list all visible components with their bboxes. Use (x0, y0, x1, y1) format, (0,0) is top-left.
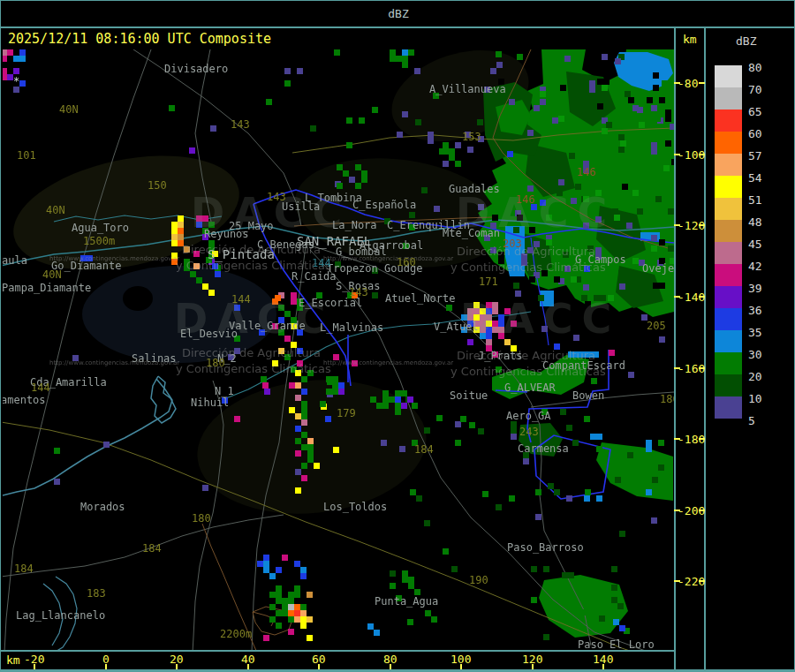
map-label-180: 180 (206, 358, 225, 368)
titlebar-divider (1, 26, 795, 28)
map-label-carmensa: Carmensa (518, 443, 569, 454)
radar-map-viewport: DivisaderoA_VillanuevaGuadalesUsillaL_To… (3, 49, 674, 650)
y-axis-tick (674, 296, 680, 298)
legend-value: 36 (748, 304, 762, 317)
legend-swatch (715, 176, 742, 198)
map-label-40n: 40N (46, 205, 65, 215)
map-label-184: 184 (142, 543, 162, 554)
map-label-144: 144 (31, 382, 50, 393)
map-label-s-pintada: S_Pintada (208, 248, 275, 260)
y-axis-label: -80 (678, 77, 698, 90)
map-label-lag-llancanelo: Lag_Llancanelo (16, 610, 105, 621)
map-label-nihuil: Nihuil (191, 397, 229, 408)
bottom-border (1, 669, 795, 671)
legend-swatch (715, 396, 742, 419)
legend-swatch (715, 330, 742, 352)
map-label-101: 101 (17, 150, 36, 161)
legend-swatch (715, 65, 742, 87)
map-label-40n: 40N (59, 104, 79, 115)
map-label-40n: 40N (42, 269, 62, 280)
watermark-text: y Contingencias Climáticas (176, 362, 331, 375)
legend-swatch (715, 308, 742, 330)
map-label-180: 180 (660, 394, 674, 404)
x-axis-tick (176, 664, 178, 669)
map-label-agua-toro: Agua_Toro (72, 223, 129, 233)
legend-swatch (715, 352, 742, 374)
map-label-e-escorial: E_Escorial (299, 298, 362, 308)
map-label-guadales: Guadales (449, 184, 500, 194)
km-unit-top: km (683, 33, 697, 46)
map-label-divisadero: Divisadero (164, 64, 228, 74)
radar-window: dBZ 2025/12/11 08:16:00 UTC Composite km… (0, 0, 795, 672)
map-label-j-prats: J_Prats (478, 351, 523, 361)
map-label-143: 143 (349, 287, 368, 298)
legend-value: 5 (748, 414, 755, 427)
map-label-paso-barroso: Paso_Barroso (507, 542, 584, 553)
legend-value: 45 (748, 238, 762, 251)
map-label-paso-el-loro: Paso El Loro (578, 639, 655, 650)
legend-value: 51 (748, 193, 762, 207)
legend-swatch (715, 132, 742, 154)
y-axis-tick (699, 224, 705, 226)
y-axis-tick (674, 154, 680, 155)
x-axis-tick (390, 664, 391, 669)
legend-value: 10 (748, 392, 762, 405)
map-label-soitue: Soitue (450, 390, 488, 401)
y-axis-tick (674, 580, 680, 582)
legend-swatch (715, 198, 742, 220)
map-label-compantescard: CompantEscard (542, 360, 625, 371)
map-right-border (674, 27, 676, 669)
y-axis-tick (674, 224, 680, 226)
legend-value: 57 (748, 149, 762, 162)
map-label-aula: aula (3, 255, 27, 266)
y-axis-tick (699, 580, 705, 582)
map-label-180: 180 (192, 513, 211, 524)
map-label-n-1: N_1 (215, 386, 234, 396)
y-axis-tick (699, 154, 705, 155)
map-label-153: 153 (462, 132, 481, 142)
map-label-146: 146 (577, 167, 596, 177)
y-axis-tick (699, 367, 705, 369)
map-label-c-espa-ola: C_Española (352, 200, 416, 210)
map-label-205: 205 (647, 321, 666, 331)
map-label-v-atuel: V_Atuel (434, 321, 479, 332)
y-axis-tick (674, 367, 680, 369)
map-label-160: 160 (397, 257, 416, 268)
legend-value: 65 (748, 105, 762, 118)
y-axis-tick (674, 438, 680, 440)
map-label-bowen: Bowen (572, 390, 604, 401)
map-label-243: 243 (519, 427, 539, 437)
y-axis-tick (699, 82, 705, 84)
window-title: dBZ (1, 7, 795, 20)
legend-value: 35 (748, 326, 762, 339)
map-label-mte-coman: Mte_Coman (443, 228, 500, 238)
legend-swatch (715, 154, 742, 176)
legend-value: 42 (748, 260, 762, 273)
map-label-g-campos: G_Campos (575, 254, 626, 265)
map-label-atuel-norte: Atuel_Norte (385, 293, 455, 304)
x-axis-tick (105, 664, 107, 669)
map-label-150: 150 (148, 180, 167, 191)
map-label-salinas: Salinas (132, 353, 177, 364)
legend-swatch (715, 242, 742, 264)
legend-value: 20 (748, 370, 762, 383)
y-axis-tick (674, 82, 680, 84)
x-axis-tick (34, 664, 35, 669)
map-label-oveje: Oveje (642, 263, 674, 274)
map-label-amentos: amentos (3, 395, 46, 405)
y-axis-tick (674, 510, 680, 511)
map-label-184: 184 (14, 563, 34, 574)
legend-value: 70 (748, 83, 762, 96)
map-label-179: 179 (337, 408, 356, 419)
map-label-l-malvinas: L_Malvinas (320, 322, 383, 333)
legend-value: 54 (748, 171, 762, 185)
y-axis-tick (699, 510, 705, 511)
map-label-2200m: 2200m (220, 629, 252, 639)
map-label-los-toldos: Los_Toldos (323, 502, 387, 512)
map-label-san-rafael: SAN_RAFAEL (297, 235, 371, 247)
legend-value: 39 (748, 282, 762, 295)
title-bar: dBZ (1, 1, 795, 26)
map-label-el-desvio: El_Desvio (180, 328, 238, 339)
x-axis-tick (460, 664, 462, 669)
y-axis-tick (699, 438, 705, 440)
